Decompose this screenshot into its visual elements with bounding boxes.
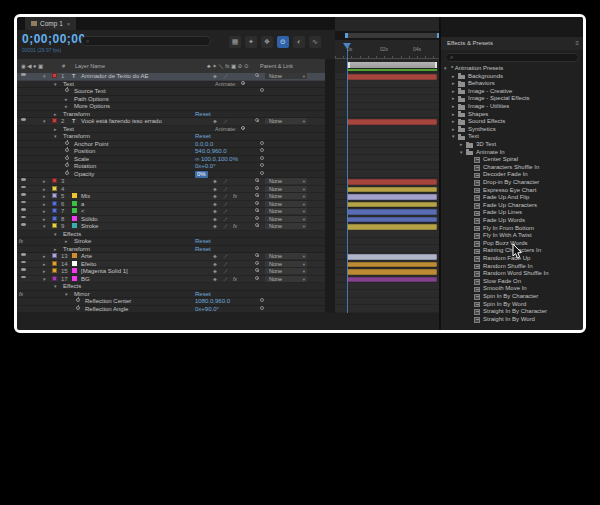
- twirl-icon[interactable]: ▸: [43, 201, 46, 209]
- layer-row[interactable]: ▾1TAnimador de Texto do AE◈／None▾: [17, 73, 325, 81]
- preset-folder[interactable]: ▸3D Text: [441, 141, 583, 149]
- twirl-icon[interactable]: ▸: [54, 126, 57, 134]
- draft-switch-icon[interactable]: ／: [223, 268, 228, 276]
- property-value[interactable]: Reset: [195, 111, 211, 119]
- property-label[interactable]: Text: [63, 126, 74, 134]
- layer-duration-bar[interactable]: [347, 74, 437, 80]
- twirl-icon[interactable]: ▾: [54, 133, 57, 141]
- twirl-icon[interactable]: ▾: [54, 231, 57, 239]
- twirl-icon[interactable]: ▸: [43, 261, 46, 269]
- label-color-chip[interactable]: [52, 216, 57, 221]
- parent-link-header[interactable]: Parent & Link: [260, 59, 293, 73]
- draft-switch-icon[interactable]: ／: [223, 208, 228, 216]
- playhead-line[interactable]: [347, 43, 348, 313]
- parent-pickwhip-icon[interactable]: [255, 193, 259, 197]
- quality-switch-icon[interactable]: ◈: [213, 193, 217, 201]
- parent-pickwhip-icon[interactable]: [255, 201, 259, 205]
- motion-blur-icon[interactable]: ◐: [293, 36, 305, 48]
- layer-name[interactable]: Sólido: [81, 216, 98, 224]
- property-label[interactable]: Reflection Angle: [85, 306, 128, 314]
- layer-duration-bar[interactable]: [347, 209, 437, 215]
- layer-name[interactable]: <: [81, 208, 85, 216]
- preset-item[interactable]: Straight In By Word: [441, 316, 583, 324]
- twirl-icon[interactable]: ▸: [452, 73, 455, 81]
- twirl-icon[interactable]: ▾: [54, 283, 57, 291]
- property-value[interactable]: Reset: [195, 133, 211, 141]
- visibility-eye-toggle[interactable]: [21, 118, 26, 121]
- add-keyframe-button[interactable]: [260, 163, 264, 167]
- draft-switch-icon[interactable]: ／: [223, 201, 228, 209]
- preset-folder[interactable]: ▸Image - Creative: [441, 88, 583, 96]
- preset-item[interactable]: Spin In By Character: [441, 293, 583, 301]
- property-label[interactable]: Scale: [74, 156, 89, 164]
- property-group-row[interactable]: fx▸StrokeReset: [17, 238, 325, 246]
- property-row[interactable]: Reflection Center1080.0,960.0: [17, 298, 325, 306]
- stopwatch-icon[interactable]: [65, 171, 69, 175]
- property-label[interactable]: Text: [63, 81, 74, 89]
- stopwatch-icon[interactable]: [65, 163, 69, 167]
- add-keyframe-button[interactable]: [260, 306, 264, 310]
- label-color-chip[interactable]: [52, 118, 57, 123]
- quality-switch-icon[interactable]: ◈: [213, 216, 217, 224]
- property-value[interactable]: 0%: [195, 171, 208, 179]
- draft-switch-icon[interactable]: ／: [223, 276, 228, 284]
- twirl-icon[interactable]: ▸: [65, 96, 68, 104]
- property-group-row[interactable]: ▸TransformReset: [17, 111, 325, 119]
- layer-row[interactable]: ▸8Sólido◈／None▾: [17, 216, 325, 224]
- twirl-icon[interactable]: ▾: [54, 81, 57, 89]
- parent-pickwhip-icon[interactable]: [255, 186, 259, 190]
- quality-switch-icon[interactable]: ◈: [213, 276, 217, 284]
- twirl-icon[interactable]: ▸: [54, 246, 57, 254]
- preset-folder[interactable]: ▸Synthetics: [441, 126, 583, 134]
- property-row[interactable]: Source Text: [17, 88, 325, 96]
- visibility-eye-toggle[interactable]: [21, 178, 26, 181]
- preset-item[interactable]: Straight In By Character: [441, 308, 583, 316]
- layer-row[interactable]: ▸6a◈／None▾: [17, 201, 325, 209]
- layer-duration-bar[interactable]: [347, 269, 437, 275]
- quality-switch-icon[interactable]: ◈: [213, 268, 217, 276]
- draft-switch-icon[interactable]: ／: [223, 253, 228, 261]
- property-label[interactable]: Position: [74, 148, 95, 156]
- preset-folder[interactable]: ▸Sound Effects: [441, 118, 583, 126]
- property-group-row[interactable]: fx▾MirrorReset: [17, 291, 325, 299]
- quality-switch-icon[interactable]: ◈: [213, 223, 217, 231]
- graph-editor-icon[interactable]: ∿: [309, 36, 321, 48]
- solid-color-swatch[interactable]: [72, 276, 77, 281]
- timeline-search-field[interactable]: ⌕: [81, 36, 211, 46]
- preset-item[interactable]: Espresso Eye Chart: [441, 187, 583, 195]
- layer-duration-bar[interactable]: [347, 179, 437, 185]
- visibility-eye-toggle[interactable]: [21, 268, 26, 271]
- solid-color-swatch[interactable]: [72, 216, 77, 221]
- frame-blending-icon[interactable]: ⊙: [277, 36, 289, 48]
- layer-name-header[interactable]: Layer Name: [75, 59, 105, 73]
- twirl-icon[interactable]: ▾: [65, 291, 68, 299]
- quality-switch-icon[interactable]: ◈: [213, 208, 217, 216]
- twirl-icon[interactable]: ▸: [43, 216, 46, 224]
- parent-link-dropdown[interactable]: None▾: [265, 253, 307, 259]
- playhead-handle[interactable]: [343, 43, 351, 49]
- solid-color-swatch[interactable]: [72, 223, 77, 228]
- visibility-eye-toggle[interactable]: [21, 261, 26, 264]
- parent-link-dropdown[interactable]: None▾: [265, 268, 307, 274]
- twirl-icon[interactable]: ▾: [43, 223, 46, 231]
- draft-switch-icon[interactable]: ／: [223, 216, 228, 224]
- quality-switch-icon[interactable]: ◈: [213, 186, 217, 194]
- label-color-chip[interactable]: [52, 261, 57, 266]
- twirl-icon[interactable]: ▸: [43, 253, 46, 261]
- label-color-chip[interactable]: [52, 223, 57, 228]
- draft-switch-icon[interactable]: ／: [223, 178, 228, 186]
- time-navigator[interactable]: [335, 31, 439, 40]
- twirl-icon[interactable]: ▸: [43, 208, 46, 216]
- property-label[interactable]: Path Options: [74, 96, 109, 104]
- twirl-icon[interactable]: ▸: [65, 238, 68, 246]
- label-color-chip[interactable]: [52, 208, 57, 213]
- twirl-icon[interactable]: ▸: [43, 186, 46, 194]
- layer-row[interactable]: ▸3◈／None▾: [17, 178, 325, 186]
- property-group-row[interactable]: ▸More Options: [17, 103, 325, 111]
- twirl-icon[interactable]: ▾: [43, 276, 46, 284]
- property-label[interactable]: Reflection Center: [85, 298, 131, 306]
- layer-name[interactable]: Você está fazendo isso errado: [81, 118, 162, 126]
- twirl-icon[interactable]: ▸: [452, 88, 455, 96]
- property-label[interactable]: Transform: [63, 111, 90, 119]
- effects-switch-icon[interactable]: fx: [233, 223, 237, 231]
